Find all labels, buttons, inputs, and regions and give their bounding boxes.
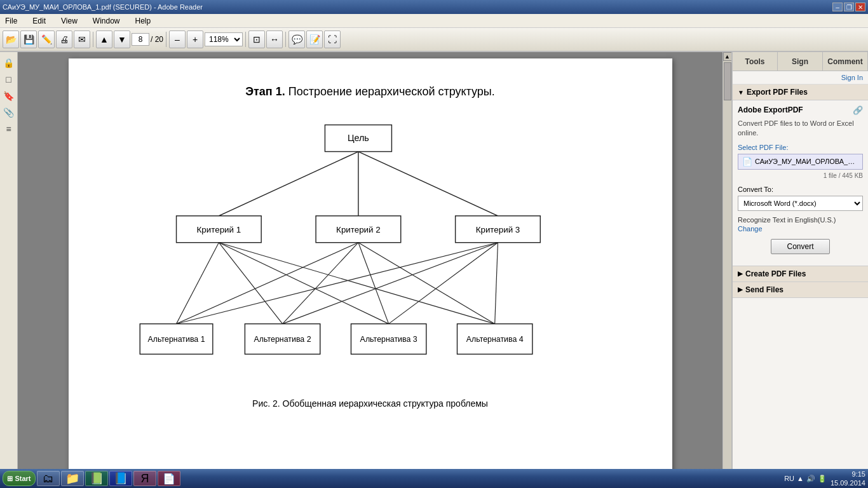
locale-indicator: RU [784,475,794,482]
svg-text:Критерий 1: Критерий 1 [196,225,241,234]
menu-view[interactable]: View [58,15,80,27]
zoom-select[interactable]: 118% 100% 75% 50% [205,32,243,46]
svg-line-18 [358,243,494,324]
diagram-caption: Рис. 2. Обобщенная иерархическая структу… [107,398,634,409]
select-pdf-label: Select PDF File: [738,144,863,151]
open-button[interactable]: 📂 [3,30,19,48]
scroll-thumb[interactable] [724,62,731,100]
attachment-icon[interactable]: 📎 [2,105,16,119]
zoom-in-button[interactable]: + [187,30,203,48]
fit-width-button[interactable]: ↔ [266,30,283,48]
vertical-scrollbar[interactable]: ▲ [722,52,731,469]
taskbar-acrobat[interactable]: 📄 [158,471,180,486]
svg-line-22 [494,243,498,324]
pdf-area[interactable]: Этап 1. Построение иерархической структу… [18,52,722,469]
svg-line-12 [219,243,282,324]
sign-in-link[interactable]: Sign In [733,71,868,85]
pdf-file-name: САиУЭ_МУ_МАИ_ОРЛОВА_1.pdf [755,158,858,165]
minimize-button[interactable]: – [832,3,843,11]
adobe-export-title: Adobe ExportPDF [738,105,803,114]
chevron-right-icon2: ▶ [738,286,743,293]
start-label: Start [15,475,31,482]
email-button[interactable]: ✉ [74,30,90,48]
svg-text:Цель: Цель [347,133,369,144]
clock-date: 15.09.2014 [831,478,865,487]
markup-button[interactable]: 📝 [306,30,323,48]
layers-icon[interactable]: □ [2,72,16,86]
taskbar-explorer[interactable]: 🗂 [37,471,60,486]
svg-text:Альтернатива 2: Альтернатива 2 [254,335,311,344]
clock-time: 9:15 [831,470,865,478]
pdf-page: Этап 1. Построение иерархической структу… [69,58,672,469]
toolbar: 📂 💾 ✏️ 🖨 ✉ ▲ ▼ / 20 – + 118% 100% 75% 50… [0,28,868,52]
hierarchy-diagram: Цель Критерий 1 Критерий 2 Критери [123,119,618,386]
window-title: САиУЭ_МУ_МАИ_ОРЛОВА_1.pdf (SECURED) - Ad… [3,3,203,11]
convert-to-select[interactable]: Microsoft Word (*.docx) Microsoft Excel … [738,196,863,211]
volume-icon: 🔊 [806,475,815,483]
adobe-export-desc: Convert PDF files to to Word or Excel on… [738,119,863,139]
tab-sign[interactable]: Sign [778,52,823,71]
print-button[interactable]: 🖨 [56,30,72,48]
convert-button[interactable]: Convert [771,239,829,254]
bookmark-icon[interactable]: 🔖 [2,89,16,103]
prev-page-button[interactable]: ▲ [96,30,112,48]
export-section-content: Adobe ExportPDF 🔗 Convert PDF files to t… [733,100,868,266]
create-pdf-section[interactable]: ▶ Create PDF Files [733,266,868,282]
window-controls: – ❐ ✕ [832,3,865,11]
lock-icon: 🔒 [2,56,16,70]
export-section: ▼ Export PDF Files Adobe ExportPDF 🔗 Con… [733,85,868,266]
svg-line-21 [388,243,498,324]
export-section-header[interactable]: ▼ Export PDF Files [733,85,868,100]
diagram-container: Цель Критерий 1 Критерий 2 Критери [107,119,634,386]
svg-line-4 [358,152,498,216]
comment-button[interactable]: 💬 [288,30,305,48]
menu-window[interactable]: Window [90,15,123,27]
stack-icon[interactable]: ≡ [2,122,16,136]
taskbar-excel[interactable]: 📗 [85,471,108,486]
menu-help[interactable]: Help [133,15,154,27]
svg-text:Альтернатива 3: Альтернатива 3 [360,335,417,344]
scroll-up-button[interactable]: ▲ [723,52,732,61]
chevron-right-icon: ▶ [738,270,743,277]
svg-text:Альтернатива 1: Альтернатива 1 [147,335,205,344]
fit-page-button[interactable]: ⊡ [248,30,265,48]
close-button[interactable]: ✕ [855,3,865,11]
tab-comment[interactable]: Comment [823,52,868,71]
title-bold: Этап 1. [245,85,285,98]
link-icon[interactable]: 🔗 [853,105,863,115]
menu-file[interactable]: File [3,15,20,27]
svg-line-20 [282,243,498,324]
edit-button[interactable]: ✏️ [38,30,55,48]
svg-line-16 [282,243,358,324]
menu-edit[interactable]: Edit [30,15,48,27]
svg-line-11 [176,243,219,324]
recognize-text: Recognize Text in English(U.S.) [738,216,863,224]
title-bar: САиУЭ_МУ_МАИ_ОРЛОВА_1.pdf (SECURED) - Ad… [0,0,868,14]
pdf-file-item: 📄 САиУЭ_МУ_МАИ_ОРЛОВА_1.pdf [738,154,863,170]
save-button[interactable]: 💾 [20,30,37,48]
title-text: Построение иерархической структуры. [285,85,495,98]
taskbar: ⊞ Start 🗂 📁 📗 📘 Я 📄 RU ▲ 🔊 🔋 9:15 15.09.… [0,469,868,488]
svg-text:Альтернатива 4: Альтернатива 4 [466,335,523,344]
taskbar-time: 9:15 15.09.2014 [831,470,865,488]
restore-button[interactable]: ❐ [844,3,854,11]
change-link[interactable]: Change [738,225,863,233]
page-navigation: / 20 [132,33,163,46]
start-button[interactable]: ⊞ Start [3,471,36,486]
svg-line-14 [219,243,494,324]
svg-line-19 [176,243,498,324]
taskbar-right: RU ▲ 🔊 🔋 9:15 15.09.2014 [784,470,865,488]
zoom-out-button[interactable]: – [169,30,186,48]
main-area: 🔒 □ 🔖 📎 ≡ Этап 1. Построение иерархическ… [0,52,868,469]
svg-text:Критерий 2: Критерий 2 [336,225,381,234]
fullscreen-button[interactable]: ⛶ [324,30,341,48]
page-input[interactable] [132,33,149,46]
send-files-section[interactable]: ▶ Send Files [733,282,868,298]
taskbar-word[interactable]: 📘 [109,471,132,486]
network-icon: ▲ [797,475,804,482]
right-panel-tabs: Tools Sign Comment [733,52,868,71]
taskbar-yandex[interactable]: Я [133,471,156,486]
next-page-button[interactable]: ▼ [114,30,130,48]
tab-tools[interactable]: Tools [733,52,778,71]
taskbar-folder[interactable]: 📁 [61,471,84,486]
